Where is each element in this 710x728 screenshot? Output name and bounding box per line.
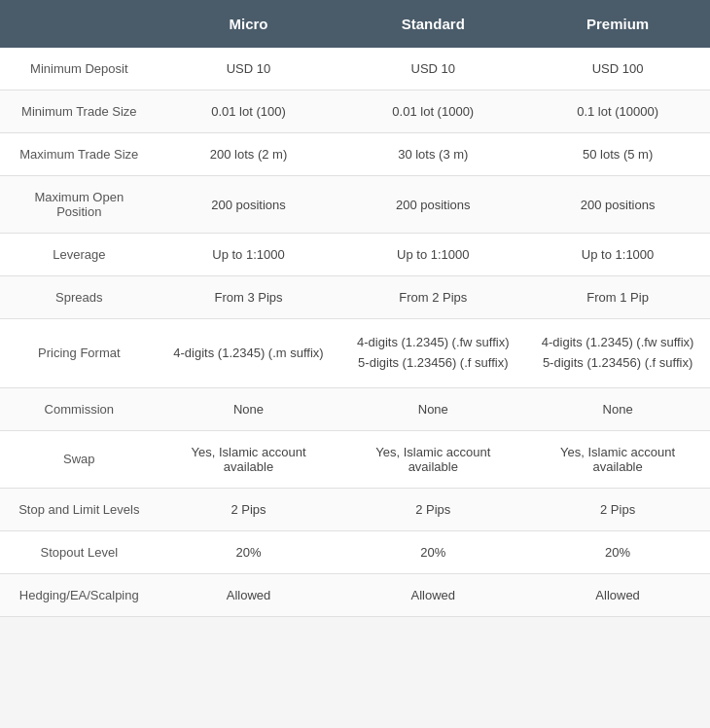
row-standard-value: 20% — [340, 530, 525, 573]
row-standard-value: From 2 Pips — [340, 276, 525, 319]
row-label: Leverage — [0, 234, 157, 276]
row-standard-value: 30 lots (3 m) — [340, 133, 525, 176]
row-premium-value: Up to 1:1000 — [525, 234, 710, 276]
row-premium-value: 2 Pips — [525, 488, 710, 530]
row-label: Spreads — [0, 276, 157, 319]
row-premium-value: Allowed — [525, 573, 710, 616]
col-header-standard: Standard — [340, 0, 525, 48]
row-standard-value: 0.01 lot (1000) — [340, 91, 525, 133]
row-standard-value: Up to 1:1000 — [340, 234, 525, 276]
row-label: Minimum Deposit — [0, 48, 157, 91]
table-row: Stop and Limit Levels2 Pips2 Pips2 Pips — [0, 488, 710, 530]
col-header-premium: Premium — [525, 0, 710, 48]
row-premium-value: 4-digits (1.2345) (.fw suffix)5-digits (… — [525, 319, 710, 388]
row-premium-value: 0.1 lot (10000) — [525, 91, 710, 133]
row-standard-value: 200 positions — [340, 176, 525, 234]
row-label: Hedging/EA/Scalping — [0, 573, 157, 616]
row-standard-value: 4-digits (1.2345) (.fw suffix)5-digits (… — [340, 319, 525, 388]
row-label: Stopout Level — [0, 530, 157, 573]
table-row: Minimum Trade Size0.01 lot (100)0.01 lot… — [0, 91, 710, 133]
row-micro-value: 200 positions — [157, 176, 341, 234]
row-micro-value: Yes, Islamic account available — [157, 430, 341, 488]
comparison-table: Micro Standard Premium Minimum DepositUS… — [0, 0, 710, 617]
table-row: Minimum DepositUSD 10USD 10USD 100 — [0, 48, 710, 91]
table-row: Maximum Trade Size200 lots (2 m)30 lots … — [0, 133, 710, 176]
row-micro-value: Up to 1:1000 — [157, 234, 341, 276]
row-standard-value: None — [340, 387, 525, 430]
row-label: Pricing Format — [0, 319, 157, 388]
row-micro-value: 200 lots (2 m) — [157, 133, 341, 176]
row-premium-value: Yes, Islamic account available — [525, 430, 710, 488]
row-micro-value: USD 10 — [157, 48, 341, 91]
row-premium-value: 200 positions — [525, 176, 710, 234]
row-label: Maximum Trade Size — [0, 133, 157, 176]
row-premium-value: USD 100 — [525, 48, 710, 91]
row-premium-value: 50 lots (5 m) — [525, 133, 710, 176]
row-label: Stop and Limit Levels — [0, 488, 157, 530]
row-label: Minimum Trade Size — [0, 91, 157, 133]
table-row: SwapYes, Islamic account availableYes, I… — [0, 430, 710, 488]
table-row: CommissionNoneNoneNone — [0, 387, 710, 430]
row-micro-value: From 3 Pips — [157, 276, 341, 319]
row-premium-value: 20% — [525, 530, 710, 573]
table-header-row: Micro Standard Premium — [0, 0, 710, 48]
table-row: Maximum Open Position200 positions200 po… — [0, 176, 710, 234]
row-standard-value: 2 Pips — [340, 488, 525, 530]
row-micro-value: 0.01 lot (100) — [157, 91, 341, 133]
row-micro-value: None — [157, 387, 341, 430]
table-row: Hedging/EA/ScalpingAllowedAllowedAllowed — [0, 573, 710, 616]
row-standard-value: Yes, Islamic account available — [340, 430, 525, 488]
table-row: Stopout Level20%20%20% — [0, 530, 710, 573]
row-label: Maximum Open Position — [0, 176, 157, 234]
row-standard-value: USD 10 — [340, 48, 525, 91]
table-row: SpreadsFrom 3 PipsFrom 2 PipsFrom 1 Pip — [0, 276, 710, 319]
row-micro-value: 4-digits (1.2345) (.m suffix) — [157, 319, 341, 388]
row-micro-value: Allowed — [157, 573, 341, 616]
row-premium-value: None — [525, 387, 710, 430]
row-premium-value: From 1 Pip — [525, 276, 710, 319]
col-header-label — [0, 0, 157, 48]
row-micro-value: 20% — [157, 530, 341, 573]
row-standard-value: Allowed — [340, 573, 525, 616]
table-row: Pricing Format4-digits (1.2345) (.m suff… — [0, 319, 710, 388]
row-label: Swap — [0, 430, 157, 488]
table-row: LeverageUp to 1:1000Up to 1:1000Up to 1:… — [0, 234, 710, 276]
row-label: Commission — [0, 387, 157, 430]
col-header-micro: Micro — [157, 0, 341, 48]
row-micro-value: 2 Pips — [157, 488, 341, 530]
